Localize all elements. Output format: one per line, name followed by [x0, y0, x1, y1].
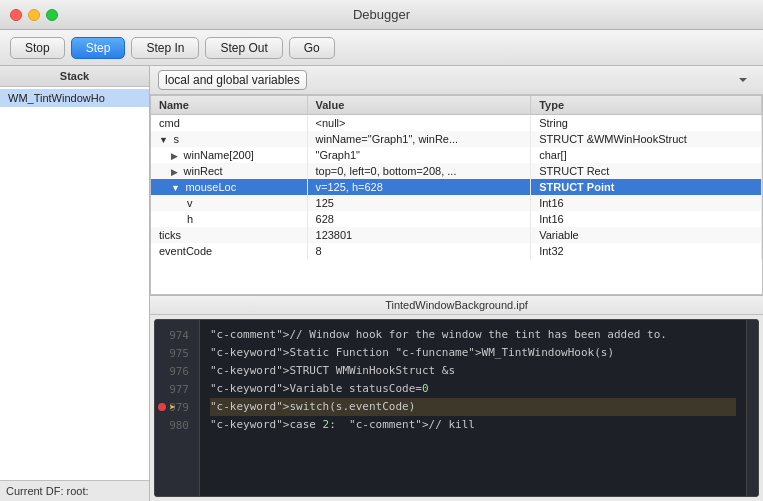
step-in-button[interactable]: Step In — [131, 37, 199, 59]
line-number: 980 — [165, 419, 189, 432]
var-type: STRUCT &WMWinHookStruct — [531, 131, 762, 147]
table-row[interactable]: h628Int16 — [151, 211, 762, 227]
col-name: Name — [151, 96, 307, 115]
current-df: Current DF: root: — [0, 480, 149, 501]
step-button[interactable]: Step — [71, 37, 126, 59]
table-row[interactable]: ▼ swinName="Graph1", winRe...STRUCT &WMW… — [151, 131, 762, 147]
code-line: "c-comment">// Window hook for the windo… — [210, 326, 736, 344]
title-bar: Debugger — [0, 0, 763, 30]
right-panel: local and global variables local variabl… — [150, 66, 763, 501]
line-number: 975 — [165, 347, 189, 360]
minimize-button[interactable] — [28, 9, 40, 21]
var-type: STRUCT Rect — [531, 163, 762, 179]
stack-item[interactable]: WM_TintWindowHo — [0, 89, 149, 107]
go-button[interactable]: Go — [289, 37, 335, 59]
table-row[interactable]: v125Int16 — [151, 195, 762, 211]
breakpoint-indicator[interactable] — [158, 403, 166, 411]
gutter-line: 977 — [155, 380, 199, 398]
expand-icon[interactable]: ▶ — [171, 167, 181, 177]
expand-icon[interactable]: ▼ — [159, 135, 170, 145]
code-scrollbar[interactable] — [746, 320, 758, 496]
window-title: Debugger — [353, 7, 410, 22]
var-value: 628 — [307, 211, 531, 227]
var-type: Int16 — [531, 195, 762, 211]
var-type: String — [531, 115, 762, 132]
code-line: "c-keyword">Static Function "c-funcname"… — [210, 344, 736, 362]
variables-table[interactable]: Name Value Type cmd<null>String▼ swinNam… — [150, 95, 763, 295]
gutter-line: 975 — [155, 344, 199, 362]
code-line: "c-keyword">Variable statusCode=0 — [210, 380, 736, 398]
file-name: TintedWindowBackground.ipf — [385, 299, 528, 311]
current-line-arrow: ➤ — [169, 401, 176, 414]
var-table: Name Value Type cmd<null>String▼ swinNam… — [151, 96, 762, 259]
code-line: "c-keyword">case 2: "c-comment">// kill — [210, 416, 736, 434]
toolbar: Stop Step Step In Step Out Go — [0, 30, 763, 66]
var-name: v — [187, 197, 193, 209]
var-value: 8 — [307, 243, 531, 259]
code-line: "c-keyword">switch(s.eventCode) — [210, 398, 736, 416]
variables-dropdown[interactable]: local and global variables local variabl… — [158, 70, 307, 90]
expand-icon[interactable]: ▶ — [171, 151, 181, 161]
var-type: Int32 — [531, 243, 762, 259]
var-type: char[] — [531, 147, 762, 163]
var-value: "Graph1" — [307, 147, 531, 163]
file-header: TintedWindowBackground.ipf — [150, 296, 763, 315]
app-window: Debugger Stop Step Step In Step Out Go S… — [0, 0, 763, 501]
var-name: ticks — [159, 229, 181, 241]
step-out-button[interactable]: Step Out — [205, 37, 282, 59]
file-area: TintedWindowBackground.ipf 974975976977➤… — [150, 296, 763, 501]
code-line: "c-keyword">STRUCT WMWinHookStruct &s — [210, 362, 736, 380]
code-area: 974975976977➤979980 "c-comment">// Windo… — [154, 319, 759, 497]
code-content[interactable]: "c-comment">// Window hook for the windo… — [200, 320, 746, 496]
var-type: Variable — [531, 227, 762, 243]
code-gutter: 974975976977➤979980 — [155, 320, 200, 496]
var-name: winRect — [184, 165, 223, 177]
var-value: <null> — [307, 115, 531, 132]
var-name: cmd — [159, 117, 180, 129]
var-value: v=125, h=628 — [307, 179, 531, 195]
line-number: 976 — [165, 365, 189, 378]
table-row[interactable]: ticks123801Variable — [151, 227, 762, 243]
gutter-line: 974 — [155, 326, 199, 344]
var-name: h — [187, 213, 193, 225]
table-row[interactable]: ▶ winName[200]"Graph1"char[] — [151, 147, 762, 163]
expand-icon[interactable]: ▼ — [171, 183, 182, 193]
col-type: Type — [531, 96, 762, 115]
var-type: STRUCT Point — [531, 179, 762, 195]
stack-header: Stack — [0, 66, 149, 87]
line-number: 974 — [165, 329, 189, 342]
var-value: 123801 — [307, 227, 531, 243]
var-name: mouseLoc — [185, 181, 236, 193]
stack-panel: Stack WM_TintWindowHo Current DF: root: — [0, 66, 150, 501]
main-content: Stack WM_TintWindowHo Current DF: root: … — [0, 66, 763, 501]
var-value: top=0, left=0, bottom=208, ... — [307, 163, 531, 179]
var-value: winName="Graph1", winRe... — [307, 131, 531, 147]
stack-list[interactable]: WM_TintWindowHo — [0, 87, 149, 480]
maximize-button[interactable] — [46, 9, 58, 21]
table-row[interactable]: ▼ mouseLocv=125, h=628STRUCT Point — [151, 179, 762, 195]
gutter-line: 976 — [155, 362, 199, 380]
var-type: Int16 — [531, 211, 762, 227]
dropdown-bar: local and global variables local variabl… — [150, 66, 763, 95]
table-row[interactable]: eventCode8Int32 — [151, 243, 762, 259]
line-number: 977 — [165, 383, 189, 396]
variables-area: local and global variables local variabl… — [150, 66, 763, 296]
var-value: 125 — [307, 195, 531, 211]
close-button[interactable] — [10, 9, 22, 21]
stop-button[interactable]: Stop — [10, 37, 65, 59]
var-name: s — [173, 133, 179, 145]
gutter-line: 980 — [155, 416, 199, 434]
var-name: winName[200] — [184, 149, 254, 161]
gutter-line: ➤979 — [155, 398, 199, 416]
table-header-row: Name Value Type — [151, 96, 762, 115]
variables-dropdown-wrapper: local and global variables local variabl… — [158, 70, 755, 90]
table-row[interactable]: cmd<null>String — [151, 115, 762, 132]
col-value: Value — [307, 96, 531, 115]
window-controls — [10, 9, 58, 21]
table-row[interactable]: ▶ winRecttop=0, left=0, bottom=208, ...S… — [151, 163, 762, 179]
var-name: eventCode — [159, 245, 212, 257]
